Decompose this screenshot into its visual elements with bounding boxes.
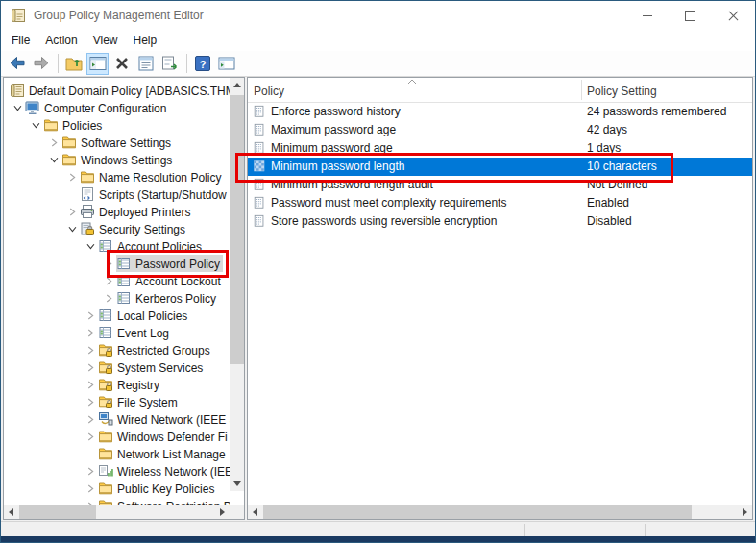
column-divider[interactable] (744, 80, 744, 100)
wired-network-icon (98, 411, 113, 427)
tree-item-windows-settings[interactable]: Windows Settings (5, 151, 230, 168)
export-list-button[interactable] (159, 53, 181, 75)
scroll-up-button[interactable] (230, 78, 244, 92)
tree-item-kerberos-policy[interactable]: Kerberos Policy (5, 289, 230, 307)
chevron-right-icon[interactable] (83, 342, 98, 358)
tree-item-software-settings[interactable]: Software Settings (5, 134, 230, 151)
scroll-down-button[interactable] (230, 477, 244, 491)
show-console-tree-button[interactable] (86, 53, 109, 75)
new-window-button[interactable] (215, 53, 237, 75)
tree-item-local-policies[interactable]: Local Policies (5, 307, 230, 324)
policy-table-icon (116, 273, 132, 288)
policy-doc-icon (253, 105, 266, 118)
column-header-policy-setting[interactable]: Policy Setting (587, 84, 657, 99)
list-row-enforce-password-history[interactable]: Enforce password history 24 passwords re… (248, 103, 752, 121)
tree-item-wired-network[interactable]: Wired Network (IEEE 8 (5, 410, 230, 428)
tree-item-account-lockout-policy[interactable]: Account Lockout (5, 272, 230, 289)
computer-icon (25, 100, 40, 115)
tree-item-default-domain-policy[interactable]: Default Domain Policy [ADBASICS.THM (5, 82, 230, 99)
tree-item-registry[interactable]: Registry (5, 376, 230, 393)
list-header: Policy Policy Setting (248, 78, 752, 103)
chevron-right-icon[interactable] (83, 325, 98, 340)
chevron-down-icon[interactable] (46, 152, 61, 167)
horizontal-scroll-thumb[interactable] (263, 505, 692, 519)
tree-item-security-settings[interactable]: Security Settings (5, 220, 230, 237)
chevron-right-icon[interactable] (64, 169, 80, 185)
column-header-policy[interactable]: Policy (254, 84, 284, 99)
tree-item-windows-defender-firewall[interactable]: Windows Defender Fi (5, 428, 230, 445)
policy-table-icon (116, 290, 132, 306)
menu-action[interactable]: Action (37, 30, 85, 51)
chevron-right-icon[interactable] (83, 377, 98, 392)
chevron-right-icon[interactable] (46, 135, 61, 150)
tree-item-deployed-printers[interactable]: Deployed Printers (5, 203, 230, 220)
folder-lock-icon (98, 394, 113, 409)
list-row-reversible-encryption[interactable]: Store passwords using reversible encrypt… (248, 212, 752, 231)
chevron-down-icon[interactable] (64, 221, 80, 236)
tree-item-computer-configuration[interactable]: Computer Configuration (5, 99, 230, 116)
help-button[interactable]: ? (191, 53, 213, 75)
tree-item-scripts[interactable]: Scripts (Startup/Shutdow (5, 185, 230, 203)
chevron-right-icon[interactable] (83, 463, 98, 479)
vertical-scroll-thumb[interactable] (230, 95, 244, 364)
window-frame-bottom (1, 536, 755, 542)
tree-item-event-log[interactable]: Event Log (5, 324, 230, 341)
tree-item-restricted-groups[interactable]: Restricted Groups (5, 341, 230, 358)
chevron-right-icon[interactable] (83, 394, 98, 409)
menu-help[interactable]: Help (126, 30, 165, 51)
chevron-right-icon[interactable] (83, 308, 98, 323)
scrollbar-corner (230, 505, 244, 519)
chevron-right-icon[interactable] (101, 290, 116, 306)
back-arrow-icon (8, 54, 27, 73)
list-row-password-complexity[interactable]: Password must meet complexity requiremen… (248, 194, 752, 212)
minimize-icon (643, 15, 652, 16)
chevron-right-icon[interactable] (64, 204, 80, 219)
tree-item-public-key-policies[interactable]: Public Key Policies (5, 480, 230, 497)
tree-item-policies[interactable]: Policies (5, 116, 230, 134)
column-divider[interactable] (581, 80, 582, 100)
chevron-right-icon[interactable] (101, 273, 116, 288)
tree-item-system-services[interactable]: System Services (5, 358, 230, 376)
tree-item-name-resolution-policy[interactable]: Name Resolution Policy (5, 168, 230, 185)
chevron-down-icon[interactable] (83, 238, 98, 254)
close-button[interactable] (712, 1, 755, 30)
tree-item-network-list-manager[interactable]: Network List Manage (5, 445, 230, 462)
scroll-left-button[interactable] (4, 505, 18, 519)
forward-button[interactable] (30, 53, 52, 75)
properties-button[interactable] (134, 53, 157, 75)
chevron-down-icon[interactable] (28, 117, 43, 133)
tree-item-file-system[interactable]: File System (5, 393, 230, 410)
tree-item-password-policy[interactable]: Password Policy (5, 255, 230, 272)
tree-horizontal-scrollbar[interactable] (4, 505, 230, 519)
policy-table-icon (116, 256, 132, 271)
back-button[interactable] (6, 53, 28, 75)
folder-up-icon (64, 54, 84, 73)
horizontal-scroll-thumb[interactable] (19, 505, 96, 519)
tree-item-account-policies[interactable]: Account Policies (5, 237, 230, 255)
chevron-down-icon[interactable] (10, 100, 25, 115)
scroll-right-button[interactable] (738, 505, 752, 519)
maximize-button[interactable] (669, 1, 712, 30)
list-row-minimum-password-length-audit[interactable]: Minimum password length audit Not Define… (248, 176, 752, 194)
new-window-icon (217, 54, 236, 73)
chevron-right-icon[interactable] (83, 481, 98, 496)
list-row-maximum-password-age[interactable]: Maximum password age 42 days (248, 121, 752, 139)
properties-icon (136, 54, 156, 73)
scroll-left-button[interactable] (248, 505, 262, 519)
minimize-button[interactable] (625, 1, 669, 30)
tree-item-wireless-network[interactable]: Wireless Network (IEE (5, 462, 230, 480)
tree-vertical-scrollbar[interactable] (230, 78, 244, 491)
menu-file[interactable]: File (4, 30, 37, 51)
menu-view[interactable]: View (85, 30, 126, 51)
chevron-right-icon[interactable] (83, 411, 98, 427)
list-row-minimum-password-age[interactable]: Minimum password age 1 days (248, 139, 752, 158)
delete-button[interactable] (110, 53, 133, 75)
list-row-minimum-password-length[interactable]: Minimum password length 10 characters (248, 158, 752, 176)
scroll-right-button[interactable] (215, 505, 230, 519)
up-one-level-button[interactable] (62, 53, 85, 75)
chevron-right-icon[interactable] (83, 429, 98, 444)
chevron-right-icon[interactable] (83, 359, 98, 375)
chevron-right-icon[interactable] (101, 256, 116, 271)
list-horizontal-scrollbar[interactable] (248, 505, 752, 519)
console-tree-icon (88, 54, 108, 73)
